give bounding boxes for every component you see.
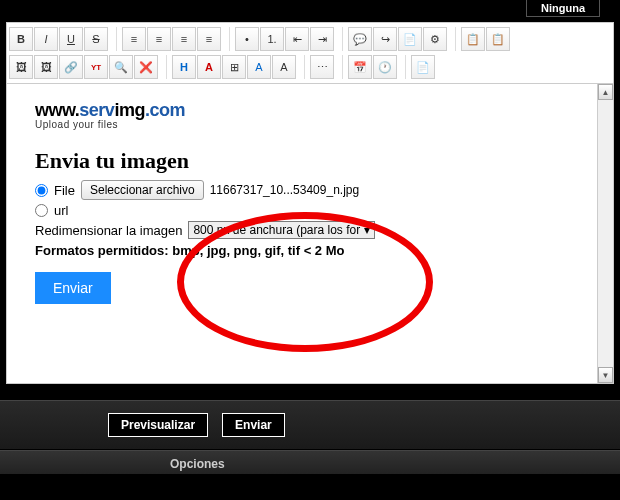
separator (159, 55, 167, 79)
resize-label: Redimensionar la imagen (35, 223, 182, 238)
document-button[interactable]: 📄 (411, 55, 435, 79)
calendar-button[interactable]: 📅 (348, 55, 372, 79)
strike-button[interactable]: S (84, 27, 108, 51)
scroll-up-icon[interactable]: ▲ (598, 84, 613, 100)
paste-plain-button[interactable]: 📋 (486, 27, 510, 51)
url-option-row: url (35, 203, 569, 218)
bottom-action-bar: Previsualizar Enviar (0, 400, 620, 450)
send-button[interactable]: Enviar (222, 413, 285, 437)
separator (222, 27, 230, 51)
youtube-button[interactable]: YT (84, 55, 108, 79)
align-right-button[interactable]: ≡ (172, 27, 196, 51)
logo-subtitle: Upload your files (35, 119, 569, 130)
more-button[interactable]: ⋯ (310, 55, 334, 79)
separator (448, 27, 456, 51)
search-button[interactable]: 🔍 (109, 55, 133, 79)
list-bullet-button[interactable]: • (235, 27, 259, 51)
table-button[interactable]: ⊞ (222, 55, 246, 79)
scroll-down-icon[interactable]: ▼ (598, 367, 613, 383)
outdent-button[interactable]: ⇤ (285, 27, 309, 51)
editor-toolbar: B I U S ≡ ≡ ≡ ≡ • 1. ⇤ ⇥ 💬 ↪ 📄 ⚙ 📋 📋 🖼 🖼… (6, 22, 614, 84)
align-left-button[interactable]: ≡ (122, 27, 146, 51)
upload-submit-button[interactable]: Enviar (35, 272, 111, 304)
choose-file-button[interactable]: Seleccionar archivo (81, 180, 204, 200)
page-button[interactable]: 📄 (398, 27, 422, 51)
font-button[interactable]: A (247, 55, 271, 79)
image-host-button[interactable]: 🖼 (34, 55, 58, 79)
formats-text: Formatos permitidos: bmp, jpg, png, gif,… (35, 243, 569, 258)
file-radio[interactable] (35, 184, 48, 197)
file-label: File (54, 183, 75, 198)
editor-wrapper: www.servimg.com Upload your files Envia … (6, 84, 614, 384)
link-button[interactable]: 🔗 (59, 55, 83, 79)
font-size-button[interactable]: A (272, 55, 296, 79)
remove-button[interactable]: ❌ (134, 55, 158, 79)
url-label: url (54, 203, 68, 218)
servimg-logo: www.servimg.com (35, 100, 569, 121)
font-color-button[interactable]: A (197, 55, 221, 79)
indent-button[interactable]: ⇥ (310, 27, 334, 51)
top-tab-none[interactable]: Ninguna (526, 0, 600, 17)
settings-button[interactable]: ⚙ (423, 27, 447, 51)
underline-button[interactable]: U (59, 27, 83, 51)
bold-button[interactable]: B (9, 27, 33, 51)
toolbar-row-2: 🖼 🖼 🔗 YT 🔍 ❌ H A ⊞ A A ⋯ 📅 🕐 📄 (9, 53, 611, 81)
resize-select[interactable]: 800 px de anchura (para los for ▾ (188, 221, 374, 239)
url-radio[interactable] (35, 204, 48, 217)
editor-content[interactable]: www.servimg.com Upload your files Envia … (6, 84, 598, 384)
quote-button[interactable]: 💬 (348, 27, 372, 51)
align-center-button[interactable]: ≡ (147, 27, 171, 51)
separator (335, 55, 343, 79)
heading-button[interactable]: H (172, 55, 196, 79)
separator (297, 55, 305, 79)
separator (398, 55, 406, 79)
selected-filename: 11667317_10...53409_n.jpg (210, 183, 359, 197)
list-number-button[interactable]: 1. (260, 27, 284, 51)
align-justify-button[interactable]: ≡ (197, 27, 221, 51)
image-button[interactable]: 🖼 (9, 55, 33, 79)
vertical-scrollbar[interactable]: ▲ ▼ (598, 84, 614, 384)
upload-title: Envia tu imagen (35, 148, 569, 174)
options-bar[interactable]: Opciones (0, 450, 620, 474)
italic-button[interactable]: I (34, 27, 58, 51)
paste-button[interactable]: 📋 (461, 27, 485, 51)
resize-row: Redimensionar la imagen 800 px de anchur… (35, 221, 569, 239)
reply-button[interactable]: ↪ (373, 27, 397, 51)
time-button[interactable]: 🕐 (373, 55, 397, 79)
toolbar-row-1: B I U S ≡ ≡ ≡ ≡ • 1. ⇤ ⇥ 💬 ↪ 📄 ⚙ 📋 📋 (9, 25, 611, 53)
separator (335, 27, 343, 51)
preview-button[interactable]: Previsualizar (108, 413, 208, 437)
separator (109, 27, 117, 51)
file-option-row: File Seleccionar archivo 11667317_10...5… (35, 180, 569, 200)
